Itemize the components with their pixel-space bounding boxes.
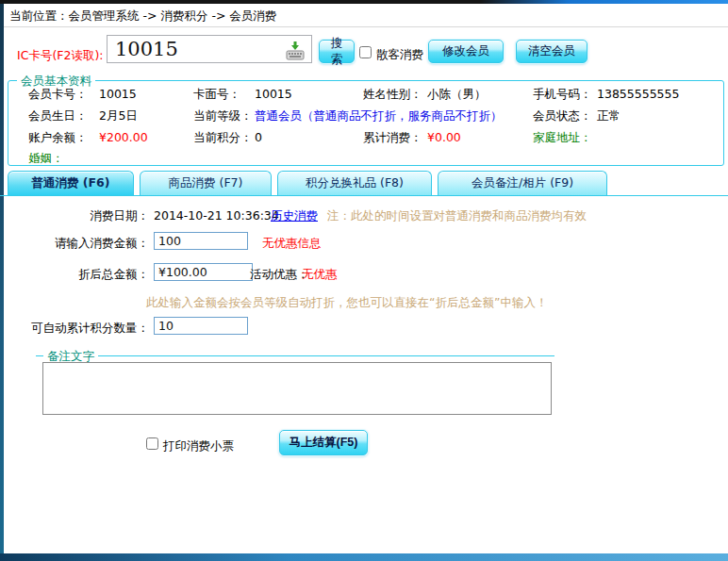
tab-goods-consumption[interactable]: 商品消费 (F7) bbox=[140, 171, 272, 195]
consume-amount-label: 请输入消费金额： bbox=[0, 236, 149, 252]
name-gender-value: 小陈（男） bbox=[427, 87, 487, 103]
breadcrumb-divider bbox=[4, 26, 728, 27]
consume-amount-input[interactable] bbox=[154, 232, 248, 250]
clear-member-button[interactable]: 清空会员 bbox=[516, 40, 587, 63]
card-face-number-value: 10015 bbox=[255, 87, 292, 101]
name-gender-label: 姓名性别： bbox=[363, 87, 422, 103]
tab-member-remark-photo[interactable]: 会员备注/相片 (F9) bbox=[438, 171, 607, 195]
tab-normal-consumption[interactable]: 普通消费 (F6) bbox=[8, 171, 134, 195]
settle-now-button[interactable]: 马上结算(F5) bbox=[279, 430, 368, 455]
tab-points-exchange-gift[interactable]: 积分兑换礼品 (F8) bbox=[277, 171, 432, 195]
balance-value: ¥200.00 bbox=[99, 130, 148, 144]
home-address-label: 家庭地址： bbox=[533, 130, 592, 146]
promo-info-text: 无优惠信息 bbox=[262, 236, 322, 252]
consumption-tabs: 普通消费 (F6) 商品消费 (F7) 积分兑换礼品 (F8) 会员备注/相片 … bbox=[8, 171, 607, 195]
birthday-label: 会员生日： bbox=[28, 108, 88, 124]
member-consumption-window: 当前位置：会员管理系统 -> 消费积分 -> 会员消费 IC卡号(F2读取): … bbox=[0, 0, 728, 561]
ic-card-label: IC卡号(F2读取): bbox=[17, 48, 104, 64]
print-receipt-label: 打印消费小票 bbox=[163, 438, 234, 454]
window-top-border bbox=[0, 0, 728, 4]
walkin-consume-checkbox[interactable] bbox=[359, 46, 372, 58]
birthday-value: 2月5日 bbox=[99, 108, 138, 124]
discounted-total-input[interactable] bbox=[154, 263, 253, 281]
history-consumption-link[interactable]: 历史消费 bbox=[271, 208, 318, 224]
phone-value: 13855555555 bbox=[597, 87, 679, 101]
auto-points-label: 可自动累计积分数量： bbox=[0, 321, 149, 337]
level-label: 当前等级： bbox=[193, 108, 253, 124]
level-value: 普通会员（普通商品不打折，服务商品不打折） bbox=[255, 108, 503, 124]
remark-groupbox-border bbox=[36, 355, 554, 356]
modify-member-button[interactable]: 修改会员 bbox=[428, 40, 504, 63]
member-status-label: 会员状态： bbox=[533, 108, 592, 124]
consume-date-value: 2014-10-21 10:36:34 bbox=[154, 208, 279, 223]
member-status-value: 正常 bbox=[597, 108, 620, 124]
discount-hint-text: 此处输入金额会按会员等级自动打折，您也可以直接在“折后总金额”中输入！ bbox=[146, 295, 547, 311]
activity-discount-value: 无优惠 bbox=[302, 267, 338, 283]
member-card-number-value: 10015 bbox=[99, 87, 137, 101]
walkin-consume-label: 散客消费 bbox=[376, 47, 423, 63]
breadcrumb: 当前位置：会员管理系统 -> 消费积分 -> 会员消费 bbox=[9, 8, 276, 25]
remark-textarea[interactable] bbox=[42, 362, 552, 415]
search-button[interactable]: 搜索 bbox=[319, 40, 355, 63]
current-points-value: 0 bbox=[255, 130, 262, 144]
total-consumption-value: ¥0.00 bbox=[427, 130, 461, 144]
balance-label: 账户余额： bbox=[28, 130, 88, 146]
card-face-number-label: 卡面号： bbox=[193, 87, 240, 103]
ic-card-input[interactable] bbox=[107, 35, 312, 63]
tab-panel-top-border bbox=[0, 195, 728, 196]
total-consumption-label: 累计消费： bbox=[363, 130, 422, 146]
discounted-total-label: 折后总金额： bbox=[0, 267, 149, 283]
date-note: 注：此处的时间设置对普通消费和商品消费均有效 bbox=[327, 208, 587, 224]
marriage-label: 婚姻： bbox=[28, 151, 64, 167]
phone-label: 手机号码： bbox=[533, 87, 592, 103]
auto-points-input[interactable] bbox=[154, 317, 248, 335]
consume-date-label: 消费日期： bbox=[0, 208, 149, 224]
current-points-label: 当前积分： bbox=[193, 130, 253, 146]
member-card-number-label: 会员卡号： bbox=[28, 87, 88, 103]
card-reader-icon[interactable] bbox=[285, 41, 306, 60]
print-receipt-checkbox[interactable] bbox=[146, 437, 158, 450]
window-bottom-border bbox=[0, 553, 728, 561]
activity-discount-label: 活动优惠： bbox=[250, 267, 309, 283]
